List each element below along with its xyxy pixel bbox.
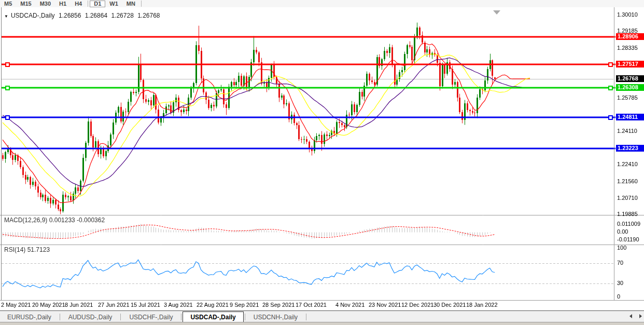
macd-tick: -0.01190	[617, 236, 644, 242]
tab-separator	[60, 314, 60, 320]
chart-tab-usdcnh[interactable]: USDCNH-,Daily	[246, 312, 305, 322]
rsi-tick: 70	[617, 260, 644, 266]
ohlc-low: 1.26728	[111, 12, 133, 19]
date-tick: 15 Jul 2021	[131, 302, 160, 308]
date-tick: 3 Aug 2021	[164, 302, 193, 308]
timeframe-toolbar: M5M15M30H1H4D1W1MN	[0, 0, 644, 8]
timeframe-button-m5[interactable]: M5	[0, 1, 16, 7]
date-tick: 12 Dec 2021	[401, 302, 433, 308]
price-tick: 1.25785	[617, 94, 644, 101]
date-tick: 8 Jun 2021	[65, 302, 93, 308]
chart-tab-bar: EURUSD-,DailyAUDUSD-,DailyUSDCHF-,DailyU…	[0, 310, 644, 322]
hline-price-label: 1.24811	[616, 114, 644, 120]
window-bottom-edge	[0, 322, 644, 325]
rsi-tick: 0	[617, 293, 644, 300]
chart-shift-marker-icon[interactable]	[493, 10, 500, 15]
timeframe-button-m30[interactable]: M30	[36, 1, 55, 7]
chart-tab-eurusd[interactable]: EURUSD-,Daily	[0, 312, 59, 322]
date-tick: 18 Jan 2022	[466, 302, 498, 308]
trading-terminal-window: M5M15M30H1H4D1W1MN ▼USDCAD-,Daily 1.2685…	[0, 0, 644, 325]
date-tick: 20 May 2021	[32, 302, 65, 308]
timeframe-button-h1[interactable]: H1	[55, 1, 71, 7]
tab-scroll-right-icon[interactable]	[639, 314, 642, 318]
date-tick: 30 Dec 2021	[433, 302, 466, 308]
tab-scroll-left-icon[interactable]	[629, 314, 632, 318]
timeframe-button-h4[interactable]: H4	[71, 1, 86, 7]
hline-price-label: 1.26308	[616, 84, 644, 91]
chart-title: ▼USDCAD-,Daily 1.26856 1.26864 1.26728 1…	[4, 12, 162, 19]
hline-price-label: 1.27517	[616, 61, 644, 67]
toolbar-separator	[141, 1, 142, 7]
date-tick: 23 Nov 2021	[369, 302, 401, 308]
date-tick: 17 Oct 2021	[296, 302, 327, 308]
timeframe-button-w1[interactable]: W1	[105, 1, 122, 7]
ohlc-close: 1.26768	[137, 12, 160, 19]
macd-tick: 0.00	[617, 228, 644, 235]
date-tick: 22 Aug 2021	[197, 302, 229, 308]
price-tick: 1.20710	[617, 195, 644, 201]
tab-scroll-arrows	[629, 314, 642, 318]
date-tick: 2 May 2021	[1, 302, 31, 308]
ohlc-high: 1.26864	[85, 12, 107, 19]
symbol-label: USDCAD-,Daily	[11, 12, 55, 19]
tab-separator	[245, 314, 245, 320]
bid-price-label: 1.26768	[616, 75, 644, 82]
price-tick: 1.28335	[617, 45, 644, 51]
ohlc-open: 1.26856	[59, 12, 81, 19]
price-tick: 1.21560	[617, 178, 644, 184]
timeframe-button-m15[interactable]: M15	[16, 1, 35, 7]
price-tick: 1.22410	[617, 161, 644, 167]
hline-price-label: 1.23223	[616, 145, 644, 152]
chart-window: ▼USDCAD-,Daily 1.26856 1.26864 1.26728 1…	[0, 7, 644, 310]
date-tick: 28 Sep 2021	[262, 302, 295, 308]
date-tick: 9 Sep 2021	[230, 302, 259, 308]
chart-tab-audusd[interactable]: AUDUSD-,Daily	[61, 312, 120, 322]
price-tick: 1.24110	[617, 128, 644, 134]
date-tick: 4 Nov 2021	[335, 302, 365, 308]
macd-indicator-label: MACD(12,26,9) 0.001233 -0.000362	[4, 216, 105, 224]
timeframe-button-d1[interactable]: D1	[90, 1, 105, 7]
rsi-indicator-label: RSI(14) 51.7123	[4, 246, 50, 253]
tab-separator	[120, 314, 121, 320]
chart-tab-usdcad[interactable]: USDCAD-,Daily	[183, 312, 243, 322]
chart-canvas[interactable]	[0, 7, 644, 310]
date-tick: 27 Jun 2021	[98, 302, 130, 308]
hline-price-label: 1.28906	[616, 33, 644, 40]
rsi-tick: 30	[617, 280, 644, 286]
price-tick: 1.19885	[617, 211, 644, 217]
macd-tick: 0.011009	[617, 221, 644, 227]
symbol-dropdown-icon[interactable]: ▼	[4, 14, 8, 19]
price-tick: 1.30010	[617, 11, 644, 18]
rsi-tick: 100	[617, 245, 644, 251]
tab-separator	[181, 314, 181, 320]
tab-separator	[306, 314, 306, 320]
toolbar-separator	[88, 1, 88, 7]
chart-tab-usdchf[interactable]: USDCHF-,Daily	[122, 312, 180, 322]
timeframe-button-mn[interactable]: MN	[122, 1, 139, 7]
